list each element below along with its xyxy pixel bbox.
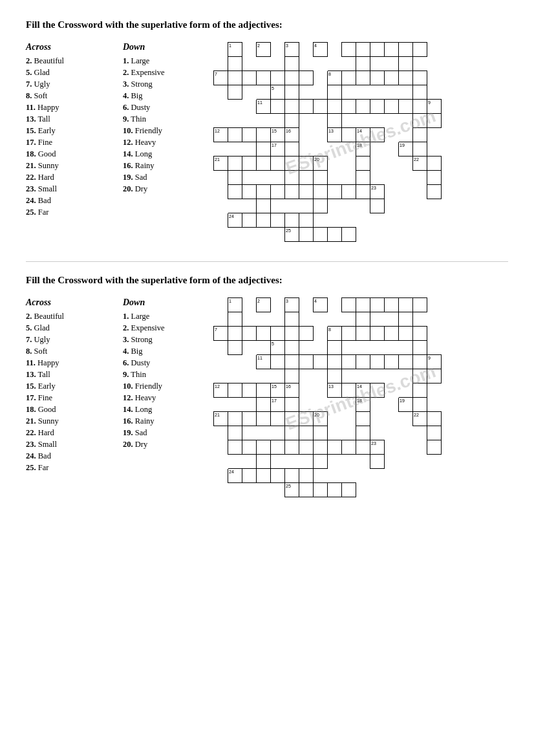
- clue-down-3: 3. Strong: [123, 80, 200, 89]
- title-2: Fill the Crossword with the superlative …: [26, 275, 508, 286]
- down-col-2: Down 1. Large 2. Expensive 3. Strong 4. …: [123, 297, 200, 475]
- across-header-1: Across: [26, 42, 103, 52]
- clue-across-13: 13. Tall: [26, 114, 103, 124]
- clue2-across-22: 22. Hard: [26, 428, 103, 438]
- clue-across-25: 25. Far: [26, 208, 103, 217]
- clue2-across-25: 25. Far: [26, 463, 103, 473]
- clue-across-21: 21. Sunny: [26, 161, 103, 171]
- clues-area-1: Across 2. Beautiful 5. Glad 7. Ugly 8. S…: [26, 42, 207, 219]
- clue2-down-6: 6. Dusty: [123, 358, 200, 368]
- clue-across-22: 22. Hard: [26, 173, 103, 182]
- clue2-down-14: 14. Long: [123, 405, 200, 415]
- clue-across-17: 17. Fine: [26, 138, 103, 147]
- across-col-1: Across 2. Beautiful 5. Glad 7. Ugly 8. S…: [26, 42, 103, 219]
- across-header-2: Across: [26, 297, 103, 308]
- content-area-1: Across 2. Beautiful 5. Glad 7. Ugly 8. S…: [26, 42, 508, 242]
- clue-across-24: 24. Bad: [26, 196, 103, 206]
- section-2: Fill the Crossword with the superlative …: [26, 275, 508, 497]
- clue-down-1: 1. Large: [123, 56, 200, 66]
- clue-down-2: 2. Expensive: [123, 68, 200, 78]
- clue-across-5: 5. Glad: [26, 68, 103, 78]
- grid-1: 12347851191215161314171819212022232425: [213, 42, 442, 242]
- clue-across-7: 7. Ugly: [26, 80, 103, 89]
- clue2-across-11: 11. Happy: [26, 358, 103, 368]
- across-col-2: Across 2. Beautiful 5. Glad 7. Ugly 8. S…: [26, 297, 103, 475]
- clue-across-2: 2. Beautiful: [26, 56, 103, 66]
- clue-down-20: 20. Dry: [123, 184, 200, 194]
- section-divider: [26, 261, 508, 262]
- clue2-down-9: 9. Thin: [123, 370, 200, 380]
- clue2-down-2: 2. Expensive: [123, 323, 200, 333]
- clue2-down-3: 3. Strong: [123, 335, 200, 345]
- clue-down-9: 9. Thin: [123, 114, 200, 124]
- clue2-across-24: 24. Bad: [26, 451, 103, 461]
- clue2-across-17: 17. Fine: [26, 393, 103, 403]
- clue2-down-10: 10. Friendly: [123, 382, 200, 391]
- clues-area-2: Across 2. Beautiful 5. Glad 7. Ugly 8. S…: [26, 297, 207, 475]
- clue-down-19: 19. Sad: [123, 173, 200, 182]
- clue2-across-18: 18. Good: [26, 405, 103, 415]
- title-1: Fill the Crossword with the superlative …: [26, 19, 508, 30]
- clue-across-23: 23. Small: [26, 184, 103, 194]
- clue2-down-20: 20. Dry: [123, 440, 200, 449]
- page: Fill the Crossword with the superlative …: [0, 0, 534, 536]
- clue2-across-5: 5. Glad: [26, 323, 103, 333]
- clue-down-6: 6. Dusty: [123, 103, 200, 113]
- clue2-down-1: 1. Large: [123, 312, 200, 321]
- down-header-2: Down: [123, 297, 200, 308]
- clue-across-11: 11. Happy: [26, 103, 103, 113]
- clue2-down-19: 19. Sad: [123, 428, 200, 438]
- clue2-down-4: 4. Big: [123, 347, 200, 356]
- clue-down-16: 16. Rainy: [123, 161, 200, 171]
- clue-down-12: 12. Heavy: [123, 138, 200, 147]
- clue2-across-2: 2. Beautiful: [26, 312, 103, 321]
- down-header-1: Down: [123, 42, 200, 52]
- crossword-2: ESiprintables.com 1234785119121516131417…: [213, 297, 508, 497]
- clue-across-18: 18. Good: [26, 149, 103, 159]
- crossword-1: ESiprintables.com 1234785119121516131417…: [213, 42, 508, 242]
- clue-down-4: 4. Big: [123, 91, 200, 101]
- clue-down-10: 10. Friendly: [123, 126, 200, 136]
- clue2-down-16: 16. Rainy: [123, 416, 200, 426]
- clue2-across-13: 13. Tall: [26, 370, 103, 380]
- clue-across-15: 15. Early: [26, 126, 103, 136]
- section-1: Fill the Crossword with the superlative …: [26, 19, 508, 242]
- clue-across-8: 8. Soft: [26, 91, 103, 101]
- clue2-across-8: 8. Soft: [26, 347, 103, 356]
- clue2-across-21: 21. Sunny: [26, 416, 103, 426]
- clue2-down-12: 12. Heavy: [123, 393, 200, 403]
- clue2-across-7: 7. Ugly: [26, 335, 103, 345]
- down-col-1: Down 1. Large 2. Expensive 3. Strong 4. …: [123, 42, 200, 219]
- clue-down-14: 14. Long: [123, 149, 200, 159]
- grid-2: 12347851191215161314171819212022232425: [213, 297, 442, 497]
- content-area-2: Across 2. Beautiful 5. Glad 7. Ugly 8. S…: [26, 297, 508, 497]
- clue2-across-15: 15. Early: [26, 382, 103, 391]
- clue2-across-23: 23. Small: [26, 440, 103, 449]
